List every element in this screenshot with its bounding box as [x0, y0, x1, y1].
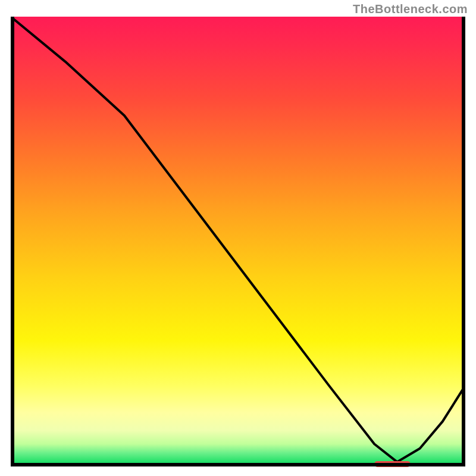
- chart-container: TheBottleneck.com: [0, 0, 476, 476]
- curve-line: [11, 17, 465, 462]
- axis-right-border: [462, 17, 465, 466]
- axis-left-border: [11, 17, 14, 466]
- plot-outer: [11, 17, 465, 466]
- curve-svg: [11, 17, 465, 466]
- watermark-text: TheBottleneck.com: [353, 2, 468, 16]
- axis-bottom-border: [11, 463, 465, 466]
